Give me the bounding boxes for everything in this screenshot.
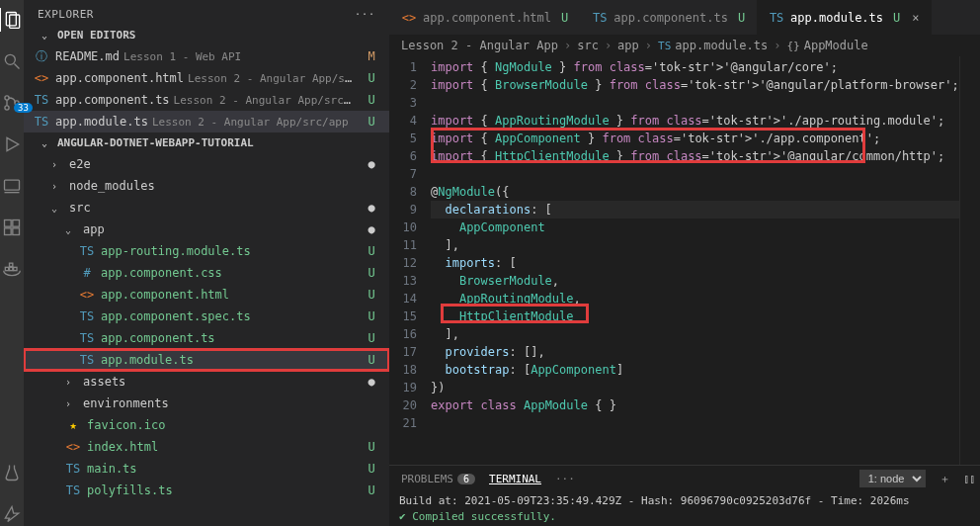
- breadcrumb-item[interactable]: TSapp.module.ts: [658, 39, 768, 52]
- git-status: U: [362, 331, 381, 345]
- git-status: M: [362, 49, 381, 63]
- svg-rect-17: [10, 263, 13, 266]
- code-editor[interactable]: import { NgModule } from class='tok-str'…: [431, 56, 959, 465]
- docker-icon[interactable]: [0, 257, 24, 281]
- tab-label: app.component.html: [423, 11, 551, 25]
- file-label: polyfills.ts: [87, 483, 356, 497]
- file-label: app.module.ts: [101, 353, 356, 367]
- file-item[interactable]: TSapp.component.tsU: [24, 327, 389, 349]
- file-icon: <>: [401, 11, 417, 25]
- folder-item[interactable]: ›node_modules: [24, 175, 389, 197]
- sidebar: EXPLORER ··· ⌄ OPEN EDITORS ⓘREADME.mdLe…: [24, 0, 389, 526]
- terminal-output[interactable]: Build at: 2021-05-09T23:35:49.429Z - Has…: [389, 491, 980, 526]
- breadcrumb-item[interactable]: src: [577, 39, 599, 52]
- testing-icon[interactable]: [0, 461, 24, 484]
- file-icon: <>: [34, 71, 49, 85]
- file-item[interactable]: TSpolyfills.tsU: [24, 480, 389, 501]
- explorer-title: EXPLORER: [38, 8, 94, 21]
- folder-item[interactable]: ›assets●: [24, 371, 389, 393]
- open-editor-item[interactable]: ⓘREADME.mdLesson 1 - Web APIM: [24, 45, 389, 67]
- file-label: README.mdLesson 1 - Web API: [55, 49, 356, 63]
- azure-icon[interactable]: [0, 502, 24, 526]
- folder-arrow-icon: ›: [65, 398, 77, 409]
- file-item[interactable]: TSapp.component.spec.tsU: [24, 306, 389, 327]
- editor-tab[interactable]: TSapp.component.tsU: [580, 0, 757, 35]
- file-item[interactable]: #app.component.cssU: [24, 262, 389, 284]
- git-status: ●: [362, 157, 381, 171]
- file-label: favicon.ico: [87, 418, 356, 432]
- file-item[interactable]: TSapp.module.tsU: [24, 349, 389, 371]
- breadcrumb-item[interactable]: Lesson 2 - Angular App: [401, 39, 558, 52]
- activity-bar: 33: [0, 0, 24, 526]
- folder-label: environments: [83, 396, 356, 410]
- close-icon[interactable]: ×: [912, 11, 919, 25]
- folder-item[interactable]: ›environments: [24, 393, 389, 414]
- modified-indicator: U: [738, 11, 745, 25]
- workspace-section[interactable]: ⌄ ANGULAR-DOTNET-WEBAPP-TUTORIAL: [24, 132, 389, 153]
- terminal-selector[interactable]: 1: node: [859, 470, 926, 487]
- file-icon: <>: [65, 440, 81, 454]
- open-editors-section[interactable]: ⌄ OPEN EDITORS: [24, 25, 389, 45]
- file-item[interactable]: TSmain.tsU: [24, 458, 389, 480]
- file-icon: TS: [79, 244, 95, 258]
- file-label: app-routing.module.ts: [101, 244, 356, 258]
- explorer-icon[interactable]: [0, 8, 23, 32]
- terminal-tab[interactable]: TERMINAL: [489, 473, 541, 485]
- folder-arrow-icon: ⌄: [51, 203, 63, 214]
- svg-point-5: [5, 106, 9, 110]
- open-editor-item[interactable]: TSapp.module.tsLesson 2 - Angular App/sr…: [24, 111, 389, 132]
- remote-icon[interactable]: [0, 174, 24, 198]
- file-label: app.module.tsLesson 2 - Angular App/src/…: [55, 115, 356, 129]
- file-icon: TS: [769, 11, 784, 25]
- folder-label: src: [69, 201, 356, 215]
- open-editor-item[interactable]: TSapp.component.tsLesson 2 - Angular App…: [24, 89, 389, 111]
- file-item[interactable]: <>app.component.htmlU: [24, 284, 389, 306]
- svg-line-3: [15, 64, 20, 69]
- folder-item[interactable]: ⌄src●: [24, 197, 389, 219]
- file-item[interactable]: TSapp-routing.module.tsU: [24, 240, 389, 262]
- panel-more-icon[interactable]: ···: [555, 473, 575, 485]
- git-status: U: [362, 115, 381, 129]
- file-icon: TS: [65, 462, 81, 476]
- git-status: U: [362, 353, 381, 367]
- svg-rect-11: [5, 228, 12, 235]
- folder-arrow-icon: ›: [65, 377, 77, 388]
- modified-indicator: U: [893, 11, 900, 25]
- git-status: U: [362, 93, 381, 107]
- search-icon[interactable]: [0, 49, 24, 73]
- minimap[interactable]: [959, 56, 980, 465]
- folder-label: assets: [83, 375, 356, 389]
- folder-arrow-icon: ›: [51, 181, 63, 192]
- svg-rect-13: [13, 220, 20, 227]
- breadcrumb-item[interactable]: app: [617, 39, 639, 52]
- svg-rect-16: [14, 267, 17, 270]
- problems-tab[interactable]: PROBLEMS 6: [401, 473, 475, 485]
- file-label: app.component.css: [101, 266, 356, 280]
- file-item[interactable]: ★favicon.ico: [24, 414, 389, 436]
- file-icon: TS: [592, 11, 608, 25]
- svg-rect-14: [5, 267, 8, 270]
- breadcrumb-item[interactable]: {}AppModule: [786, 39, 867, 52]
- file-label: index.html: [87, 440, 356, 454]
- editor-tab[interactable]: <>app.component.htmlU: [389, 0, 580, 35]
- editor-area: <>app.component.htmlUTSapp.component.tsU…: [389, 0, 980, 526]
- split-terminal-icon[interactable]: ⫿⫿: [964, 473, 976, 485]
- more-icon[interactable]: ···: [355, 8, 375, 21]
- folder-item[interactable]: ›e2e●: [24, 153, 389, 175]
- file-icon: ⓘ: [34, 48, 49, 65]
- folder-item[interactable]: ⌄app●: [24, 219, 389, 240]
- svg-rect-15: [10, 267, 13, 270]
- new-terminal-icon[interactable]: ＋: [939, 472, 950, 486]
- run-debug-icon[interactable]: [0, 132, 24, 156]
- open-editor-item[interactable]: <>app.component.htmlLesson 2 - Angular A…: [24, 67, 389, 89]
- problems-count: 6: [457, 474, 475, 484]
- file-label: app.component.htmlLesson 2 - Angular App…: [55, 71, 356, 85]
- svg-point-2: [5, 54, 15, 64]
- breadcrumbs[interactable]: Lesson 2 - Angular App›src›app›TSapp.mod…: [389, 35, 980, 56]
- extensions-icon[interactable]: [0, 216, 24, 239]
- file-item[interactable]: <>index.htmlU: [24, 436, 389, 458]
- git-status: U: [362, 309, 381, 323]
- git-status: U: [362, 244, 381, 258]
- file-icon: TS: [79, 331, 95, 345]
- editor-tab[interactable]: TSapp.module.tsU×: [757, 0, 931, 35]
